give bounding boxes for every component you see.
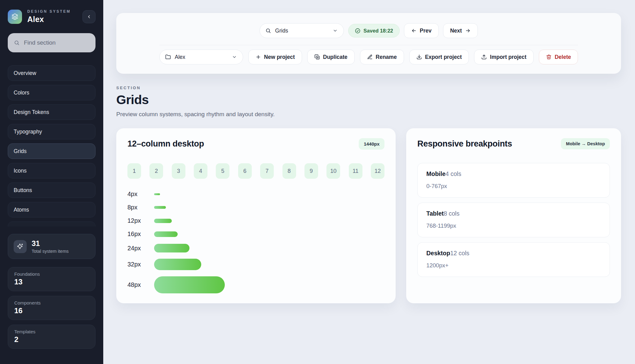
app-root: DESIGN SYSTEM Alex OverviewColorsDesign … xyxy=(0,0,635,364)
spacing-scale: 4px8px12px16px24px32px48px xyxy=(127,191,384,293)
chevron-left-icon xyxy=(87,14,91,19)
prev-button-label: Prev xyxy=(420,28,432,34)
breakpoints-card: Responsive breakpoints Mobile → Desktop … xyxy=(406,128,621,303)
spacing-bar xyxy=(154,231,178,237)
breakpoint-range: 768-1199px xyxy=(426,222,601,229)
spacing-label: 24px xyxy=(127,245,154,252)
grid-column-3: 3 xyxy=(172,163,185,179)
section-eyebrow: SECTION xyxy=(116,86,621,90)
button-label: Rename xyxy=(376,54,397,60)
next-button[interactable]: Next xyxy=(443,23,478,38)
main: Grids Saved 18:22 Prev Next xyxy=(103,0,635,364)
breakpoints-range-badge: Mobile → Desktop xyxy=(561,138,610,149)
grid-column-6: 6 xyxy=(238,163,252,179)
breakpoint-title: Desktop12 cols xyxy=(426,250,601,257)
sidebar-item-design-tokens[interactable]: Design Tokens xyxy=(8,104,95,120)
total-items-text: 31 Total system items xyxy=(32,239,69,254)
brand-name: Alex xyxy=(27,15,71,24)
stat-card-label: Components xyxy=(14,300,89,305)
sidebar-search[interactable] xyxy=(8,33,95,52)
import-project-button[interactable]: Import project xyxy=(474,50,534,64)
total-items-value: 31 xyxy=(32,239,69,248)
stat-card-label: Foundations xyxy=(14,271,89,277)
delete-button[interactable]: Delete xyxy=(539,50,578,64)
button-label: Duplicate xyxy=(323,54,348,60)
breakpoint-cols: 8 cols xyxy=(444,210,460,217)
sidebar-item-grids[interactable]: Grids xyxy=(8,143,95,159)
spacing-label: 16px xyxy=(127,230,154,238)
spacing-bar xyxy=(154,193,160,195)
stat-card-value: 16 xyxy=(14,306,89,315)
grid-column-7: 7 xyxy=(260,163,274,179)
section-header: SECTION Grids Preview column systems, sp… xyxy=(116,86,621,118)
sidebar-item-colors[interactable]: Colors xyxy=(8,85,95,100)
spacing-row-24: 24px xyxy=(127,244,384,252)
spacing-row-48: 48px xyxy=(127,276,384,293)
sidebar: DESIGN SYSTEM Alex OverviewColorsDesign … xyxy=(0,0,103,364)
button-label: Delete xyxy=(555,54,571,60)
rename-button[interactable]: Rename xyxy=(360,50,404,64)
layers-icon xyxy=(11,13,19,20)
stat-card-label: Templates xyxy=(14,329,89,334)
brand-eyebrow: DESIGN SYSTEM xyxy=(27,9,71,14)
stat-card-templates: Templates2 xyxy=(8,325,95,349)
sidebar-item-icons[interactable]: Icons xyxy=(8,163,95,178)
spacing-bar xyxy=(154,219,172,223)
sidebar-item-typography[interactable]: Typography xyxy=(8,124,95,139)
trash-icon xyxy=(546,54,552,60)
project-select-value: Alex xyxy=(175,54,185,60)
stat-card-foundations: Foundations13 xyxy=(8,267,95,291)
spacing-label: 4px xyxy=(127,191,154,198)
sidebar-item-atoms[interactable]: Atoms xyxy=(8,202,95,217)
button-label: Export project xyxy=(425,54,462,60)
spacing-bar xyxy=(154,206,166,209)
next-button-label: Next xyxy=(450,28,462,34)
check-circle-icon xyxy=(355,28,361,34)
spacing-bar xyxy=(154,276,225,293)
breakpoint-mobile: Mobile4 cols0-767px xyxy=(417,163,610,198)
find-section-input[interactable] xyxy=(24,39,89,46)
breakpoint-cols: 12 cols xyxy=(450,250,469,257)
page-title: Grids xyxy=(116,93,621,107)
grid-column-1: 1 xyxy=(127,163,141,179)
grid-column-5: 5 xyxy=(216,163,229,179)
stat-card-value: 2 xyxy=(14,335,89,344)
export-project-button[interactable]: Export project xyxy=(409,50,469,64)
sidebar-item-overview[interactable]: Overview xyxy=(8,65,95,81)
duplicate-button[interactable]: Duplicate xyxy=(307,50,355,64)
sparkles-tile xyxy=(14,240,27,253)
stat-card-components: Components16 xyxy=(8,296,95,320)
breakpoints-card-title: Responsive breakpoints xyxy=(417,139,512,149)
new-project-button[interactable]: New project xyxy=(248,50,302,64)
search-icon xyxy=(265,28,271,33)
prev-button[interactable]: Prev xyxy=(404,23,439,38)
grid-column-2: 2 xyxy=(149,163,163,179)
arrow-right-icon xyxy=(465,28,471,33)
spacing-label: 8px xyxy=(127,204,154,211)
sidebar-collapse-button[interactable] xyxy=(82,10,95,23)
grid-column-8: 8 xyxy=(282,163,296,179)
spacing-row-12: 12px xyxy=(127,217,384,224)
saved-badge-label: Saved 18:22 xyxy=(363,28,393,34)
section-select[interactable]: Grids xyxy=(260,23,344,38)
spacing-row-16: 16px xyxy=(127,230,384,238)
grid-column-9: 9 xyxy=(304,163,318,179)
spacing-bar xyxy=(154,244,189,252)
sidebar-item-partial[interactable] xyxy=(8,221,95,226)
grid-column-4: 4 xyxy=(194,163,207,179)
spacing-label: 32px xyxy=(127,261,154,268)
breakpoint-range: 1200px+ xyxy=(426,262,601,269)
brand: DESIGN SYSTEM Alex xyxy=(27,9,71,24)
arrow-left-icon xyxy=(411,28,417,33)
project-select[interactable]: Alex xyxy=(159,50,243,64)
grid-card-title: 12–column desktop xyxy=(127,139,204,149)
page-description: Preview column systems, spacing rhythm a… xyxy=(116,111,621,118)
grid-preview-card: 12–column desktop 1440px 123456789101112… xyxy=(116,128,396,303)
sidebar-nav: OverviewColorsDesign TokensTypographyGri… xyxy=(8,65,95,217)
breakpoint-cols: 4 cols xyxy=(446,170,461,177)
breakpoint-desktop: Desktop12 cols1200px+ xyxy=(417,242,610,277)
breakpoint-name: Tablet xyxy=(426,210,444,217)
sidebar-item-buttons[interactable]: Buttons xyxy=(8,182,95,198)
spacing-row-4: 4px xyxy=(127,191,384,198)
content-cards: 12–column desktop 1440px 123456789101112… xyxy=(116,128,621,303)
